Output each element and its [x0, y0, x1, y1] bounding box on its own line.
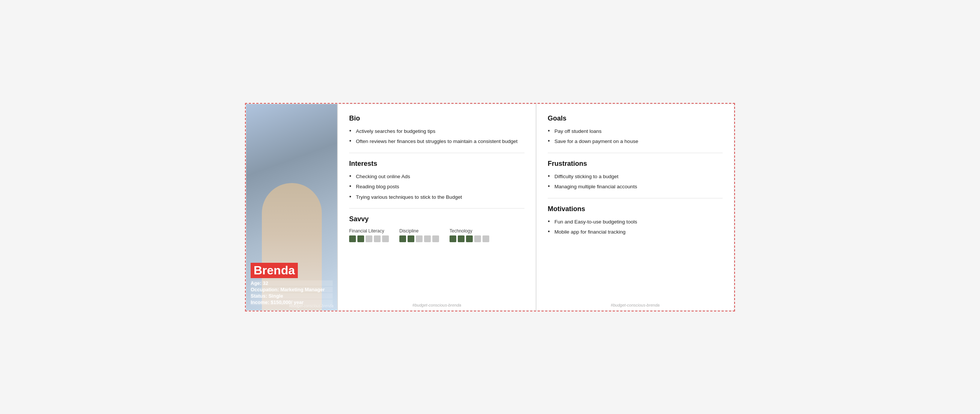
frustration-item-1: Difficulty sticking to a budget — [548, 173, 723, 181]
photo-hashtag: #budget-conscious-brenda — [289, 304, 333, 308]
savvy-fl-label: Financial Literacy — [349, 228, 384, 233]
bio-item-1: Actively searches for budgeting tips — [349, 128, 525, 135]
goals-title: Goals — [548, 114, 723, 122]
bio-title: Bio — [349, 114, 525, 122]
motivation-item-2: Mobile app for financial tracking — [548, 228, 723, 236]
savvy-fl-dot-4 — [374, 235, 380, 242]
savvy-fl-dot-5 — [382, 235, 389, 242]
savvy-disc-dot-3 — [416, 235, 423, 242]
goal-item-2: Save for a down payment on a house — [548, 138, 723, 145]
savvy-disc-dot-5 — [432, 235, 439, 242]
savvy-fl-dot-3 — [366, 235, 372, 242]
interests-list: Checking out online Ads Reading blog pos… — [349, 173, 525, 201]
bio-hashtag: #budget-conscious-brenda — [412, 303, 461, 307]
savvy-technology: Technology — [450, 228, 489, 242]
savvy-disc-dot-4 — [424, 235, 431, 242]
bio-panel: Bio Actively searches for budgeting tips… — [337, 104, 536, 311]
savvy-disc-dot-2 — [407, 235, 414, 242]
savvy-tech-label: Technology — [450, 228, 473, 233]
interest-item-3: Trying various techniques to stick to th… — [349, 194, 525, 201]
savvy-financial-literacy: Financial Literacy — [349, 228, 389, 242]
divider-3 — [548, 153, 723, 153]
savvy-title: Savvy — [349, 215, 525, 223]
savvy-disc-dots — [399, 235, 439, 242]
interest-item-2: Reading blog posts — [349, 183, 525, 190]
persona-age: Age: 32 — [251, 280, 332, 286]
interests-title: Interests — [349, 160, 525, 168]
savvy-fl-dot-1 — [349, 235, 356, 242]
frustrations-list: Difficulty sticking to a budget Managing… — [548, 173, 723, 190]
goals-list: Pay off student loans Save for a down pa… — [548, 128, 723, 145]
divider-2 — [349, 208, 525, 208]
frustration-item-2: Managing multiple financial accounts — [548, 183, 723, 190]
frustrations-title: Frustrations — [548, 160, 723, 168]
persona-name: Brenda — [251, 263, 298, 278]
savvy-tech-dot-5 — [482, 235, 489, 242]
persona-status: Status: Single — [251, 293, 332, 299]
savvy-disc-label: Discipline — [399, 228, 418, 233]
savvy-fl-dot-2 — [357, 235, 364, 242]
photo-panel: Brenda Age: 32 Occupation: Marketing Man… — [246, 104, 337, 311]
savvy-fl-dots — [349, 235, 389, 242]
interest-item-1: Checking out online Ads — [349, 173, 525, 181]
persona-card: Brenda Age: 32 Occupation: Marketing Man… — [245, 103, 735, 311]
motivation-item-1: Fun and Easy-to-use budgeting tools — [548, 218, 723, 226]
bio-list: Actively searches for budgeting tips Oft… — [349, 128, 525, 145]
goal-item-1: Pay off student loans — [548, 128, 723, 135]
savvy-disc-dot-1 — [399, 235, 406, 242]
persona-occupation: Occupation: Marketing Manager — [251, 287, 332, 292]
goals-panel: Goals Pay off student loans Save for a d… — [536, 104, 734, 311]
savvy-discipline: Discipline — [399, 228, 439, 242]
savvy-tech-dot-2 — [458, 235, 465, 242]
bio-item-2: Often reviews her finances but struggles… — [349, 138, 525, 145]
savvy-section: Savvy Financial Literacy Discipline — [349, 215, 525, 242]
motivations-list: Fun and Easy-to-use budgeting tools Mobi… — [548, 218, 723, 236]
divider-1 — [349, 153, 525, 153]
savvy-tech-dot-3 — [466, 235, 473, 242]
savvy-tech-dots — [450, 235, 489, 242]
motivations-title: Motivations — [548, 205, 723, 213]
savvy-bars: Financial Literacy Discipline — [349, 228, 525, 242]
savvy-tech-dot-1 — [450, 235, 456, 242]
photo-overlay: Brenda Age: 32 Occupation: Marketing Man… — [246, 258, 337, 310]
divider-4 — [548, 198, 723, 198]
savvy-tech-dot-4 — [474, 235, 481, 242]
goals-hashtag: #budget-conscious-brenda — [611, 303, 659, 307]
